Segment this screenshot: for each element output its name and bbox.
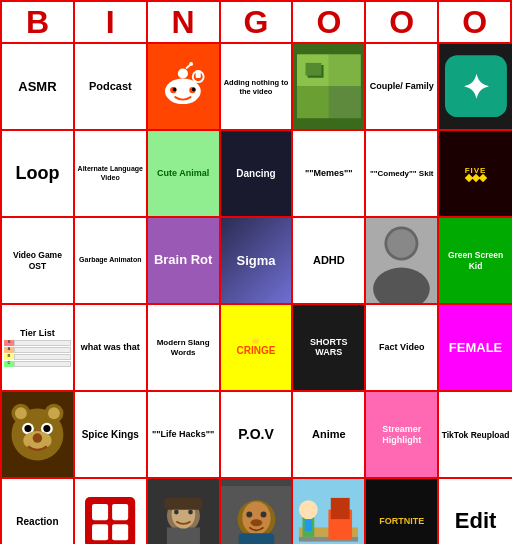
couple-family-cell: Couple/ Family (366, 44, 439, 131)
svg-rect-15 (297, 87, 329, 119)
tier-list-cell: Tier List S A B C (2, 305, 75, 392)
svg-point-34 (43, 425, 50, 432)
header-o3: O (439, 2, 510, 42)
svg-rect-40 (92, 524, 108, 540)
svg-point-9 (178, 69, 188, 79)
asmr-cell: ASMR (2, 44, 75, 131)
header-o1: O (293, 2, 366, 42)
svg-text:✦: ✦ (462, 69, 490, 106)
svg-point-30 (48, 407, 60, 419)
svg-point-36 (33, 433, 42, 442)
streamer-person-cell (366, 218, 439, 305)
dancing-cell: Dancing (221, 131, 294, 218)
bingo-grid: ASMR Podcast Adding nothing to the video (0, 44, 512, 544)
sigma-cell: Sigma (221, 218, 294, 305)
garbage-animation-cell: Garbage Animaton (75, 218, 148, 305)
alt-language-cell: Alternate Language Video (75, 131, 148, 218)
bingo-header: B I N G O O O (0, 0, 512, 44)
what-was-that-cell: what was that (75, 305, 148, 392)
loop-cell: Loop (2, 131, 75, 218)
ai-presidents-cell (148, 479, 221, 544)
svg-point-54 (250, 519, 262, 526)
cringe-cell: 🌟 CRINGE (221, 305, 294, 392)
chatgpt-cell: ✦ (439, 44, 512, 131)
life-hacks-cell: ""Life Hacks"" (148, 392, 221, 479)
svg-point-4 (173, 88, 177, 92)
spice-kings-cell: Spice Kings (75, 392, 148, 479)
header-o2: O (366, 2, 439, 42)
header-i: I (75, 2, 148, 42)
svg-rect-41 (112, 524, 128, 540)
video-game-ost-cell: Video Game OST (2, 218, 75, 305)
obama-face-cell (221, 479, 294, 544)
svg-rect-48 (164, 498, 202, 510)
svg-rect-61 (305, 519, 312, 531)
edit-cell: Edit (439, 479, 512, 544)
subway-surfers-cell (293, 479, 366, 544)
fortnite-cell: FORTNITE (366, 479, 439, 544)
svg-rect-14 (329, 55, 361, 87)
svg-rect-55 (238, 533, 273, 544)
adding-nothing-cell: Adding nothing to the video (221, 44, 294, 131)
streamer-highlight-cell: Streamer Highlight (366, 392, 439, 479)
gta-cell: FIVE (439, 131, 512, 218)
svg-point-60 (299, 500, 318, 519)
header-g: G (221, 2, 294, 42)
svg-point-33 (24, 425, 31, 432)
roblox-cell (75, 479, 148, 544)
cute-animal-cell: Cute Animal (148, 131, 221, 218)
svg-point-11 (190, 62, 194, 66)
female-cell: FEMALE (439, 305, 512, 392)
anime-cell: Anime (293, 392, 366, 479)
bingo-card: B I N G O O O ASMR Podcast (0, 0, 512, 544)
shorts-wars-cell: SHORTSWARS (293, 305, 366, 392)
svg-point-29 (15, 407, 27, 419)
svg-point-47 (188, 510, 193, 515)
svg-point-46 (174, 510, 179, 515)
svg-point-24 (388, 229, 416, 257)
header-n: N (148, 2, 221, 42)
fnaf-bear-cell (2, 392, 75, 479)
reaction-cell: Reaction (2, 479, 75, 544)
brain-rot-cell: Brain Rot (148, 218, 221, 305)
reddit-cell (148, 44, 221, 131)
pov-cell: P.O.V (221, 392, 294, 479)
minecraft-block-cell (293, 44, 366, 131)
tiktok-reupload-cell: TikTok Reupload (439, 392, 512, 479)
memes-cell: ""Memes"" (293, 131, 366, 218)
svg-rect-44 (167, 528, 200, 544)
svg-rect-38 (92, 504, 108, 520)
adhd-cell: ADHD (293, 218, 366, 305)
modern-slang-cell: Modern Slang Words (148, 305, 221, 392)
comedy-skit-cell: ""Comedy"" Skit (366, 131, 439, 218)
svg-rect-18 (305, 63, 321, 76)
header-b: B (2, 2, 75, 42)
green-screen-kid-cell: Green Screen Kid (439, 218, 512, 305)
fact-video-cell: Fact Video (366, 305, 439, 392)
svg-rect-16 (329, 87, 361, 119)
svg-rect-8 (196, 71, 201, 79)
svg-rect-63 (331, 498, 350, 519)
svg-point-52 (246, 512, 252, 518)
podcast-cell: Podcast (75, 44, 148, 131)
svg-point-53 (260, 512, 266, 518)
svg-point-5 (192, 88, 196, 92)
svg-rect-39 (112, 504, 128, 520)
